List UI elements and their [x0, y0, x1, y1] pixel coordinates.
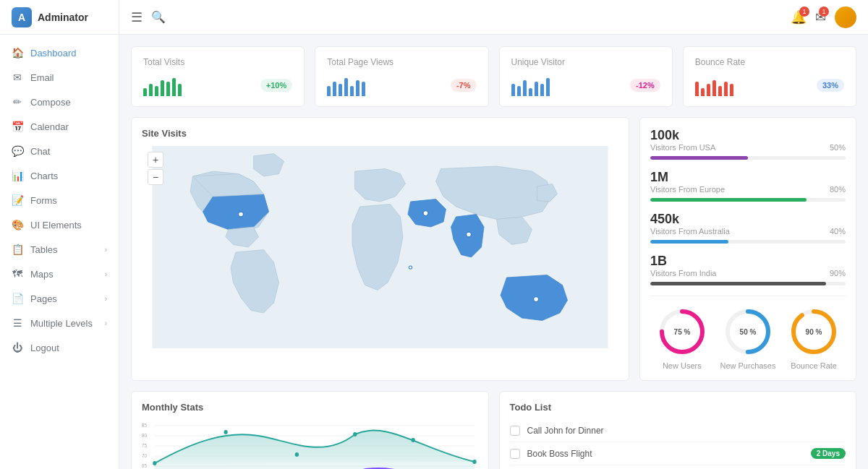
- stat-bar: [707, 84, 710, 96]
- sidebar-item-forms[interactable]: 📝 Forms: [0, 188, 119, 212]
- visitor-count: 1M: [650, 170, 846, 185]
- stat-bar: [730, 84, 733, 96]
- stat-title: Total Visits: [143, 57, 292, 67]
- progress-fill: [650, 198, 807, 202]
- stat-body: 33%: [695, 74, 844, 96]
- svg-text:85: 85: [142, 423, 147, 428]
- stat-body: -12%: [511, 74, 660, 96]
- sidebar-label-chat: Chat: [30, 146, 50, 157]
- svg-text:70: 70: [142, 453, 147, 458]
- pages-icon: 📄: [12, 293, 23, 304]
- sidebar-label-forms: Forms: [30, 195, 57, 206]
- chevron-right-icon: ›: [105, 319, 107, 327]
- stat-bar: [523, 80, 527, 96]
- zoom-out-button[interactable]: −: [148, 169, 163, 185]
- svg-point-35: [411, 438, 414, 442]
- svg-text:75: 75: [142, 443, 147, 448]
- stat-badge: 33%: [817, 79, 844, 92]
- app-name: Adminator: [38, 12, 88, 23]
- stat-card-unique-visitor: Unique Visitor -12%: [499, 46, 673, 107]
- stat-body: -7%: [327, 74, 476, 96]
- sidebar-label-maps: Maps: [30, 269, 54, 280]
- donut-svg: 75 %: [657, 306, 707, 357]
- user-avatar[interactable]: [835, 7, 856, 28]
- stat-bar: [724, 82, 728, 96]
- stat-body: +10%: [143, 74, 292, 96]
- stat-title: Bounce Rate: [695, 57, 844, 67]
- stat-bar: [529, 88, 532, 96]
- sidebar-label-email: Email: [30, 72, 54, 83]
- multiple-levels-icon: ☰: [12, 317, 23, 329]
- stat-bar: [511, 84, 515, 96]
- messages-button[interactable]: ✉ 1: [815, 9, 826, 25]
- calendar-icon: 📅: [12, 121, 23, 132]
- svg-point-1: [239, 212, 244, 217]
- maps-icon: 🗺: [12, 268, 23, 280]
- visitor-label: Visitors From USA 50%: [650, 143, 846, 152]
- svg-point-2: [423, 211, 428, 216]
- svg-text:90 %: 90 %: [806, 328, 822, 336]
- todo-item: Call John for Dinner: [510, 420, 846, 442]
- email-icon: ✉: [12, 72, 23, 83]
- stat-bar: [178, 84, 182, 96]
- sidebar-item-compose[interactable]: ✏ Compose: [0, 90, 119, 114]
- chevron-right-icon: ›: [105, 270, 107, 278]
- chart-area: 85 80 75 70 65 60 55 50: [142, 420, 478, 469]
- ui-elements-icon: 🎨: [12, 219, 23, 231]
- donut-label: New Purchases: [720, 361, 775, 370]
- search-icon[interactable]: 🔍: [151, 10, 166, 24]
- sidebar-item-ui-elements[interactable]: 🎨 UI Elements: [0, 212, 119, 237]
- todo-checkbox[interactable]: [510, 426, 520, 436]
- sidebar-label-tables: Tables: [30, 244, 58, 255]
- sidebar-label-logout: Logout: [30, 343, 59, 353]
- dashboard-icon: 🏠: [12, 47, 23, 59]
- stat-bar: [172, 78, 176, 96]
- notification-badge: 1: [799, 7, 809, 17]
- notifications-button[interactable]: 🔔 1: [791, 9, 807, 25]
- sidebar-item-pages[interactable]: 📄 Pages ›: [0, 286, 119, 311]
- sidebar-item-multiple-levels[interactable]: ☰ Multiple Levels ›: [0, 311, 119, 335]
- stat-bar: [712, 80, 716, 96]
- sidebar-label-pages: Pages: [30, 293, 57, 304]
- donut-svg: 90 %: [788, 306, 839, 357]
- stat-bar: [327, 86, 331, 96]
- visitor-pct: 80%: [830, 185, 846, 194]
- stat-bar: [333, 82, 336, 96]
- stat-bar: [155, 86, 158, 96]
- todo-list: Call John for Dinner Book Boss Flight 2 …: [510, 420, 846, 469]
- donut-label: Bounce Rate: [788, 361, 839, 370]
- chevron-right-icon: ›: [105, 246, 107, 254]
- stat-bars: [695, 74, 733, 96]
- visitor-stat-visitors-from-europe: 1M Visitors From Europe 80%: [650, 170, 846, 202]
- middle-row: Site Visits + −: [131, 117, 856, 381]
- sidebar-item-charts[interactable]: 📊 Charts: [0, 163, 119, 188]
- stat-bar: [718, 86, 722, 96]
- sidebar-item-email[interactable]: ✉ Email: [0, 65, 119, 90]
- stat-bar: [517, 86, 521, 96]
- visitor-count: 450k: [650, 212, 846, 227]
- stats-row: Total Visits +10% Total Page Views -7% U…: [131, 46, 856, 107]
- sidebar-item-dashboard[interactable]: 🏠 Dashboard: [0, 40, 119, 65]
- progress-fill: [650, 282, 826, 285]
- sidebar-item-calendar[interactable]: 📅 Calendar: [0, 114, 119, 139]
- todo-checkbox[interactable]: [510, 449, 520, 459]
- sidebar-item-maps[interactable]: 🗺 Maps ›: [0, 262, 119, 286]
- sidebar-item-logout[interactable]: ⏻ Logout: [0, 335, 119, 360]
- visitor-label: Visitors From Australia 40%: [650, 227, 846, 236]
- zoom-in-button[interactable]: +: [148, 152, 163, 168]
- visitor-label: Visitors From India 90%: [650, 269, 846, 277]
- sidebar-item-tables[interactable]: 📋 Tables ›: [0, 237, 119, 262]
- stat-card-bounce-rate: Bounce Rate 33%: [683, 46, 856, 107]
- stat-title: Total Page Views: [327, 57, 476, 67]
- stat-card-total-visits: Total Visits +10%: [131, 46, 305, 107]
- sidebar-label-multiple-levels: Multiple Levels: [30, 318, 93, 329]
- visitor-pct: 50%: [830, 143, 846, 152]
- sidebar-logo: A Adminator: [0, 0, 119, 35]
- forms-icon: 📝: [12, 194, 23, 206]
- stat-bar: [350, 86, 354, 96]
- stat-title: Unique Visitor: [511, 57, 660, 67]
- menu-icon[interactable]: ☰: [131, 9, 142, 25]
- svg-point-31: [153, 461, 156, 465]
- sidebar-item-chat[interactable]: 💬 Chat: [0, 139, 119, 163]
- progress-fill: [650, 156, 748, 160]
